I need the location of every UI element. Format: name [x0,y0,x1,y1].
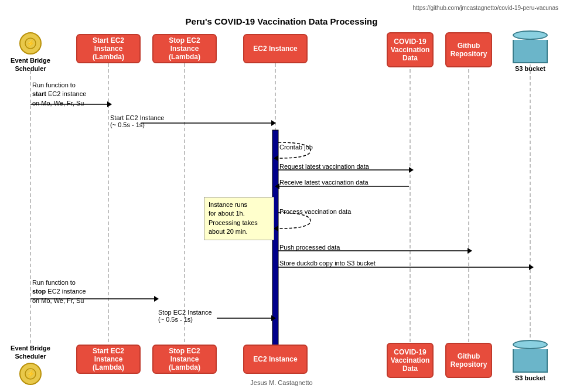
participant-covid-data-bottom: COVID-19VaccinationData [387,343,434,378]
participant-ec2-bottom: EC2 Instance [243,345,308,374]
svg-marker-14 [409,167,414,173]
event-bridge-bottom-text: Event BridgeScheduler [11,344,50,361]
ec2-label: EC2 Instance [253,45,297,53]
svg-marker-9 [107,101,112,107]
participant-event-bridge: ⚡ Event BridgeScheduler [7,32,54,73]
msg4-label: Request latest vaccination data [279,163,369,170]
start-ec2-label: Start EC2 Instance(Lambda) [80,36,137,61]
stop-ec2-label: Stop EC2 Instance(Lambda) [156,36,213,61]
event-bridge-icon: ⚡ [19,32,42,54]
participant-stop-ec2: Stop EC2 Instance(Lambda) [152,34,217,63]
svg-marker-19 [468,248,472,254]
msg10-label: Stop EC2 Instance(~ 0.5s - 1s) [158,309,212,323]
svg-marker-11 [271,120,276,126]
svg-marker-17 [274,226,278,231]
svg-text:⚡: ⚡ [26,369,35,378]
svg-marker-23 [154,296,159,302]
s3-body [513,40,548,63]
svg-text:⚡: ⚡ [26,39,35,47]
svg-marker-21 [529,264,534,270]
event-bridge-label: Event BridgeScheduler [11,56,50,73]
msg5-label: Receive latest vaccination data [279,179,368,186]
page-title: Peru's COVID-19 Vaccination Data Process… [0,16,563,26]
msg1-label: Run function tostart EC2 instanceon Mo, … [32,81,86,108]
msg7-label: Push processed data [279,244,340,251]
start-ec2-bottom-label: Start EC2 Instance(Lambda) [80,347,137,371]
svg-marker-25 [271,315,276,321]
covid-data-bottom-label: COVID-19VaccinationData [391,348,430,373]
participant-stop-ec2-bottom: Stop EC2 Instance(Lambda) [152,345,217,374]
participant-s3-bottom: S3 bucket [510,340,551,381]
s3-bottom-cap [513,340,548,349]
participant-s3-top: S3 bucket [510,30,551,72]
github-bottom-label: GithubRepository [451,352,487,369]
participant-covid-data: COVID-19VaccinationData [387,32,434,67]
participant-start-ec2-bottom: Start EC2 Instance(Lambda) [76,345,141,374]
s3-top-cap [513,30,548,40]
s3-bottom-body [513,349,548,373]
s3-label-top: S3 bucket [515,65,545,72]
diagram: https://github.com/jmcastagnetto/covid-1… [0,0,563,392]
url-label: https://github.com/jmcastagnetto/covid-1… [413,5,558,11]
participant-start-ec2: Start EC2 Instance(Lambda) [76,34,141,63]
github-label: GithubRepository [451,42,487,58]
svg-marker-12 [274,155,278,161]
note-text: Instance runsfor about 1h.Processing tak… [209,201,258,235]
msg9-label: Run function tostop EC2 instanceon Mo, W… [32,278,86,305]
covid-data-label: COVID-19VaccinationData [391,38,430,62]
msg8-label: Store duckdb copy into S3 bucket [279,260,376,267]
msg2-label: Start EC2 Instance(~ 0.5s - 1s) [110,114,164,128]
note-box: Instance runsfor about 1h.Processing tak… [204,197,274,240]
msg3-label: Crontab job [279,144,313,151]
participant-github: GithubRepository [445,32,492,67]
participant-ec2: EC2 Instance [243,34,308,63]
stop-ec2-bottom-label: Stop EC2 Instance(Lambda) [156,347,213,371]
svg-marker-16 [275,183,279,189]
participant-github-bottom: GithubRepository [445,343,492,378]
footer: Jesus M. Castagnetto [0,379,563,386]
ec2-bottom-label: EC2 Instance [253,355,297,363]
msg6-label: Process vaccination data [279,208,351,215]
